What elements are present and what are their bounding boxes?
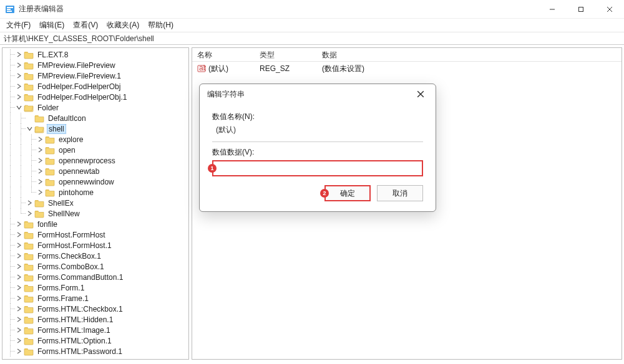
tree-item[interactable]: opennewprocess — [2, 155, 188, 166]
folder-icon — [24, 103, 34, 112]
tree-item-label: Forms.ComboBox.1 — [36, 262, 105, 271]
list-body: ab (默认) REG_SZ (数值未设置) — [192, 62, 622, 75]
minimize-button[interactable] — [538, 0, 567, 19]
folder-icon — [24, 347, 34, 356]
expand-icon[interactable] — [37, 168, 44, 175]
edit-string-dialog: 编辑字符串 数值名称(N): (默认) 数值数据(V): 1 2 确定 取消 — [199, 84, 436, 212]
tree-item[interactable]: opennewtab — [2, 166, 188, 176]
maximize-button[interactable] — [567, 0, 595, 19]
expand-icon[interactable] — [37, 178, 44, 185]
expand-icon[interactable] — [16, 252, 22, 259]
tree-item-label: Forms.HTML:Image.1 — [36, 326, 112, 335]
tree-item[interactable]: FormHost.FormHost — [2, 229, 188, 240]
tree-item[interactable]: fonfile — [2, 219, 188, 229]
expand-icon[interactable] — [26, 210, 33, 217]
tree-item[interactable]: DefaultIcon — [2, 113, 188, 123]
folder-icon — [24, 326, 34, 335]
expand-icon[interactable] — [16, 51, 22, 58]
expand-icon[interactable] — [16, 72, 22, 79]
expand-icon[interactable] — [16, 337, 22, 344]
close-button[interactable] — [595, 0, 624, 19]
tree-item[interactable]: Forms.HTML:Hidden.1 — [2, 314, 188, 325]
tree-item[interactable]: shell — [2, 123, 188, 134]
folder-icon — [34, 125, 44, 133]
folder-icon — [24, 337, 34, 345]
folder-icon — [24, 241, 34, 250]
expand-icon[interactable] — [16, 231, 22, 238]
expand-icon[interactable] — [16, 348, 22, 355]
tree-item[interactable]: FodHelper.FodHelperObj.1 — [2, 92, 188, 102]
list-row[interactable]: ab (默认) REG_SZ (数值未设置) — [192, 63, 622, 74]
folder-icon — [24, 72, 34, 80]
tree-item[interactable]: Forms.Form.1 — [2, 282, 188, 293]
col-type[interactable]: 类型 — [255, 48, 317, 61]
tree-item[interactable]: Forms.HTML:Password.1 — [2, 346, 188, 357]
tree-item[interactable]: explore — [2, 134, 188, 145]
expand-icon[interactable] — [16, 221, 22, 228]
expand-icon[interactable] — [37, 189, 44, 196]
expand-icon[interactable] — [16, 316, 22, 323]
col-name[interactable]: 名称 — [192, 48, 255, 61]
menu-view[interactable]: 查看(V) — [69, 19, 102, 32]
expand-icon[interactable] — [16, 93, 22, 100]
tree-item[interactable]: pintohome — [2, 187, 188, 198]
expand-icon[interactable] — [16, 295, 22, 302]
menu-help[interactable]: 帮助(H) — [144, 19, 177, 32]
expand-icon[interactable] — [16, 62, 22, 69]
tree-item[interactable]: Folder — [2, 102, 188, 113]
tree-item[interactable]: Forms.ComboBox.1 — [2, 261, 188, 272]
expand-icon[interactable] — [16, 327, 22, 333]
col-data[interactable]: 数据 — [317, 48, 622, 61]
folder-icon — [45, 178, 55, 186]
tree-item-label: Forms.Form.1 — [36, 284, 85, 292]
expand-icon[interactable] — [16, 284, 22, 291]
expand-icon[interactable] — [37, 146, 44, 153]
tree-item-label: Forms.HTML:Option.1 — [36, 337, 113, 345]
folder-icon — [24, 231, 34, 239]
folder-icon — [24, 315, 34, 324]
ok-button[interactable]: 确定 — [324, 185, 371, 201]
tree-item[interactable]: Forms.HTML:Image.1 — [2, 325, 188, 335]
tree-item[interactable]: FodHelper.FodHelperObj — [2, 81, 188, 92]
collapse-icon[interactable] — [26, 125, 33, 132]
tree-item[interactable]: Forms.CommandButton.1 — [2, 272, 188, 282]
tree-item[interactable]: Forms.HTML:Checkbox.1 — [2, 304, 188, 314]
dialog-titlebar[interactable]: 编辑字符串 — [200, 84, 436, 104]
tree-item[interactable]: FormHost.FormHost.1 — [2, 240, 188, 251]
tree-pane[interactable]: FL.EXT.8FMPreview.FilePreviewFMPreview.F… — [2, 47, 189, 360]
expand-icon[interactable] — [16, 305, 22, 312]
tree-item[interactable]: FL.EXT.8 — [2, 49, 188, 60]
expand-icon[interactable] — [16, 83, 22, 90]
tree-item[interactable]: ShellNew — [2, 208, 188, 219]
tree-item-label: FMPreview.FilePreview — [36, 61, 117, 70]
tree-item[interactable]: Forms.HTML:Option.1 — [2, 335, 188, 346]
value-data-input[interactable] — [212, 160, 423, 176]
menu-edit[interactable]: 编辑(E) — [36, 19, 68, 32]
menu-favorites[interactable]: 收藏夹(A) — [103, 19, 143, 32]
tree-item-label: Forms.HTML:Hidden.1 — [36, 315, 114, 324]
tree-item-label: Forms.HTML:Checkbox.1 — [36, 305, 124, 314]
dialog-close-button[interactable] — [413, 87, 428, 102]
address-bar[interactable]: 计算机\HKEY_CLASSES_ROOT\Folder\shell — [0, 32, 624, 45]
tree-item[interactable]: FMPreview.FilePreview — [2, 60, 188, 70]
svg-rect-1 — [7, 7, 13, 8]
expand-icon[interactable] — [26, 199, 33, 206]
tree-item-label: open — [57, 146, 77, 155]
expand-icon[interactable] — [37, 157, 44, 164]
tree-item[interactable]: Forms.Frame.1 — [2, 293, 188, 304]
expand-icon[interactable] — [16, 242, 22, 249]
tree-item[interactable]: open — [2, 145, 188, 155]
expand-icon[interactable] — [16, 263, 22, 270]
tree-item[interactable]: FMPreview.FilePreview.1 — [2, 70, 188, 81]
tree-item[interactable]: ShellEx — [2, 198, 188, 208]
cancel-button[interactable]: 取消 — [377, 185, 423, 201]
expand-icon[interactable] — [16, 274, 22, 280]
tree-item[interactable]: opennewwindow — [2, 176, 188, 187]
tree-item[interactable]: Forms.CheckBox.1 — [2, 251, 188, 261]
svg-rect-2 — [7, 9, 11, 10]
expand-icon[interactable] — [37, 136, 44, 143]
collapse-icon[interactable] — [16, 104, 22, 111]
folder-icon — [34, 209, 44, 218]
menu-file[interactable]: 文件(F) — [2, 19, 34, 32]
tree-item-label: opennewprocess — [57, 156, 117, 165]
